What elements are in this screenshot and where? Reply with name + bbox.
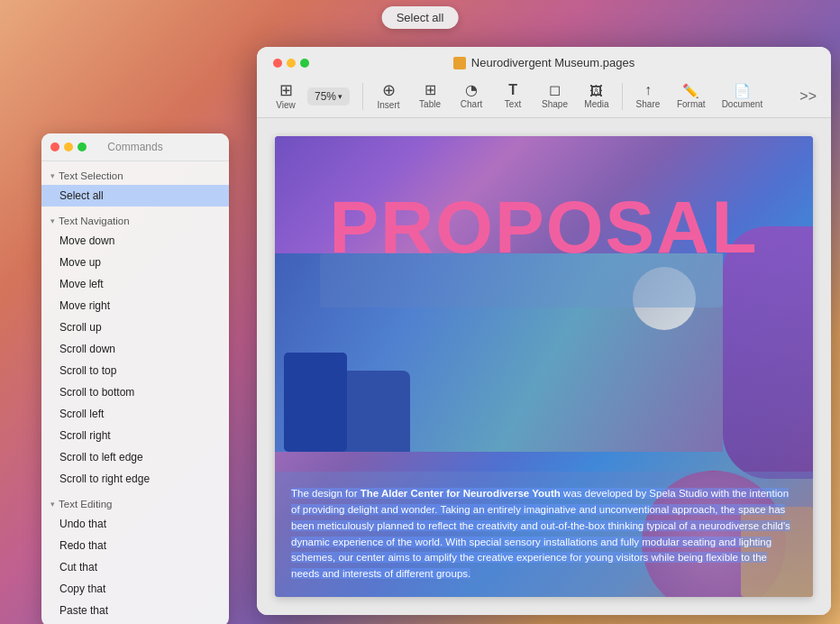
app-minimize-button[interactable] — [287, 59, 296, 68]
pages-icon — [453, 57, 466, 69]
format-icon: ✏️ — [682, 84, 699, 97]
close-button[interactable] — [50, 142, 59, 151]
app-close-button[interactable] — [273, 59, 282, 68]
media-label: Media — [584, 99, 608, 109]
text-icon: T — [508, 83, 517, 97]
commands-panel-title: Commands — [107, 141, 162, 153]
command-move-down[interactable]: Move down — [41, 230, 229, 252]
command-paste[interactable]: Paste that — [41, 600, 229, 621]
command-scroll-up[interactable]: Scroll up — [41, 317, 229, 338]
selected-text-overlay: The design for The Alder Center for Neur… — [275, 472, 813, 597]
toolbar-text[interactable]: T Text — [493, 79, 533, 113]
command-scroll-to-bottom[interactable]: Scroll to bottom — [41, 381, 229, 403]
commands-body: ▾ Text Selection Select all ▾ Text Navig… — [41, 161, 229, 624]
command-undo[interactable]: Undo that — [41, 513, 229, 535]
chevron-icon-nav: ▾ — [50, 216, 55, 225]
command-move-right[interactable]: Move right — [41, 295, 229, 317]
zoom-control[interactable]: 75% ▾ — [307, 87, 350, 106]
highlighted-text: The design for The Alder Center for Neur… — [291, 488, 790, 579]
command-cut[interactable]: Cut that — [41, 556, 229, 578]
commands-title-bar: Commands — [41, 133, 229, 161]
select-all-button[interactable]: Select all — [382, 6, 459, 29]
document-area[interactable]: PROPOSAL The design for The Alder Center… — [257, 118, 831, 615]
media-icon: 🖼 — [589, 84, 603, 97]
section-header-text-navigation[interactable]: ▾ Text Navigation — [41, 212, 229, 230]
toolbar-shape[interactable]: ◻ Shape — [534, 79, 575, 113]
insert-icon: ⊕ — [382, 82, 396, 98]
section-label-text-editing: Text Editing — [59, 499, 112, 509]
table-icon: ⊞ — [425, 83, 436, 97]
proposal-heading: PROPOSAL — [275, 190, 813, 264]
toolbar-chart[interactable]: ◔ Chart — [452, 79, 491, 113]
section-header-text-selection[interactable]: ▾ Text Selection — [41, 167, 229, 185]
document-label: Document — [722, 99, 763, 109]
toolbar-more-button[interactable]: >> — [794, 85, 822, 108]
section-label-text-navigation: Text Navigation — [59, 216, 130, 226]
table-label: Table — [419, 99, 441, 109]
toolbar: ⊞ View 75% ▾ ⊕ Insert ⊞ Table ◔ Chart — [266, 75, 822, 117]
app-title-text: Neurodivergent Museum.pages — [471, 56, 635, 69]
share-icon: ↑ — [644, 83, 652, 97]
toolbar-share[interactable]: ↑ Share — [628, 79, 668, 113]
insert-label: Insert — [378, 100, 400, 110]
shape-label: Shape — [542, 99, 568, 109]
zoom-chevron-icon: ▾ — [338, 92, 342, 101]
title-bar: Neurodivergent Museum.pages ⊞ View 75% ▾… — [257, 47, 831, 118]
format-label: Format — [677, 99, 706, 109]
text-label: Text — [505, 99, 521, 109]
toolbar-divider-2 — [622, 83, 623, 110]
traffic-lights — [50, 142, 87, 151]
chevron-icon-edit: ▾ — [50, 500, 55, 509]
zoom-value: 75% — [315, 90, 336, 103]
command-copy[interactable]: Copy that — [41, 578, 229, 600]
command-scroll-to-right-edge[interactable]: Scroll to right edge — [41, 468, 229, 490]
section-header-text-editing[interactable]: ▾ Text Editing — [41, 495, 229, 513]
document-page: PROPOSAL The design for The Alder Center… — [275, 136, 813, 597]
command-scroll-left[interactable]: Scroll left — [41, 403, 229, 425]
toolbar-table[interactable]: ⊞ Table — [410, 79, 450, 113]
command-move-up[interactable]: Move up — [41, 252, 229, 273]
toolbar-insert[interactable]: ⊕ Insert — [369, 78, 408, 114]
command-move-left[interactable]: Move left — [41, 273, 229, 295]
toolbar-view-zoom: ⊞ View 75% ▾ — [266, 78, 350, 114]
command-scroll-to-top[interactable]: Scroll to top — [41, 360, 229, 381]
chevron-icon: ▾ — [50, 171, 55, 180]
app-fullscreen-button[interactable] — [300, 59, 309, 68]
share-label: Share — [636, 99, 661, 109]
app-traffic-lights — [273, 59, 309, 68]
chart-icon: ◔ — [465, 83, 478, 97]
furniture-2 — [284, 353, 347, 452]
toolbar-view[interactable]: ⊞ View — [266, 78, 306, 114]
commands-panel: Commands ▾ Text Selection Select all ▾ T… — [41, 133, 229, 624]
page-hero: PROPOSAL The design for The Alder Center… — [275, 136, 813, 597]
shape-icon: ◻ — [549, 83, 561, 97]
command-scroll-down[interactable]: Scroll down — [41, 338, 229, 360]
toolbar-document[interactable]: 📄 Document — [715, 80, 771, 113]
app-title: Neurodivergent Museum.pages — [453, 56, 635, 69]
toolbar-media[interactable]: 🖼 Media — [577, 80, 616, 113]
command-select-all[interactable]: Select all — [41, 185, 229, 206]
title-row: Neurodivergent Museum.pages — [266, 47, 822, 75]
view-icon: ⊞ — [279, 82, 293, 98]
toolbar-divider-1 — [362, 83, 363, 110]
body-text: The design for The Alder Center for Neur… — [291, 486, 797, 583]
chart-label: Chart — [461, 99, 482, 109]
command-scroll-to-left-edge[interactable]: Scroll to left edge — [41, 446, 229, 468]
toolbar-format[interactable]: ✏️ Format — [670, 80, 713, 113]
document-icon: 📄 — [734, 84, 751, 97]
view-label: View — [276, 100, 296, 110]
fullscreen-button[interactable] — [78, 142, 87, 151]
command-redo[interactable]: Redo that — [41, 535, 229, 556]
minimize-button[interactable] — [64, 142, 73, 151]
section-label-text-selection: Text Selection — [59, 170, 123, 181]
app-window: Neurodivergent Museum.pages ⊞ View 75% ▾… — [257, 47, 831, 615]
command-scroll-right[interactable]: Scroll right — [41, 425, 229, 446]
furniture-zone — [275, 253, 723, 452]
